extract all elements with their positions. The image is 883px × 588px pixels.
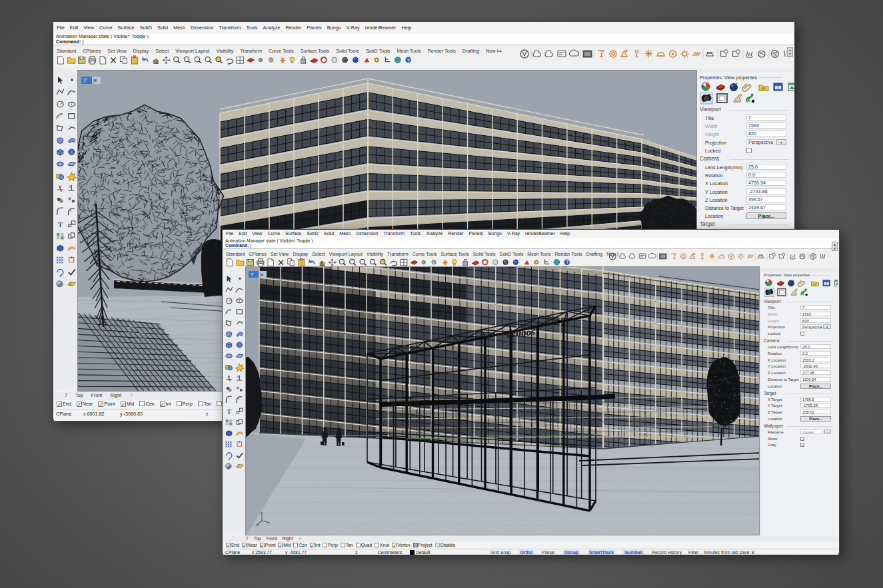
- svg-text:?: ?: [566, 260, 568, 264]
- svg-text:7: 7: [251, 272, 254, 278]
- svg-text:|▾: |▾: [93, 78, 97, 83]
- svg-text:T: T: [58, 220, 63, 228]
- svg-text:7: 7: [83, 77, 87, 84]
- svg-text:|▾: |▾: [260, 272, 264, 278]
- svg-text:T: T: [227, 408, 231, 416]
- svg-text:?: ?: [407, 58, 410, 63]
